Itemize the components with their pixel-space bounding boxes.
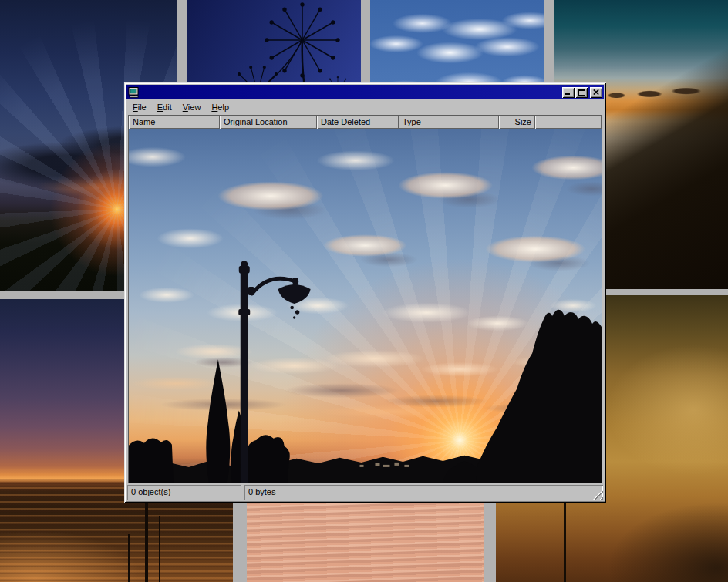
menu-file[interactable]: File — [127, 101, 152, 114]
window-controls — [562, 87, 602, 98]
column-header-type[interactable]: Type — [399, 116, 499, 129]
maximize-button[interactable] — [575, 87, 588, 98]
column-header-row: Name Original Location Date Deleted Type… — [129, 116, 602, 129]
column-header-blank[interactable] — [535, 116, 602, 129]
status-object-count: 0 object(s) — [127, 485, 241, 500]
menu-view[interactable]: View — [177, 101, 207, 114]
column-header-original-location[interactable]: Original Location — [220, 116, 317, 129]
column-header-name[interactable]: Name — [129, 116, 220, 129]
minimize-button[interactable] — [562, 87, 575, 98]
golden-pole-silhouette — [564, 498, 566, 582]
computer-icon[interactable] — [128, 87, 140, 98]
menu-edit[interactable]: Edit — [152, 101, 177, 114]
column-header-size[interactable]: Size — [499, 116, 535, 129]
folder-contents-view[interactable] — [129, 129, 602, 483]
close-icon — [593, 89, 599, 95]
recycle-bin-window: File Edit View Help Name Original Locati… — [124, 82, 606, 503]
status-total-size: 0 bytes — [244, 485, 603, 500]
lake-pole-silhouette — [128, 534, 130, 582]
folder-listview[interactable]: Name Original Location Date Deleted Type… — [128, 115, 602, 483]
lake-pole-silhouette — [159, 516, 160, 582]
close-button[interactable] — [590, 87, 602, 98]
column-header-date-deleted[interactable]: Date Deleted — [317, 116, 399, 129]
minimize-icon — [565, 89, 571, 95]
sunset-silhouettes-art — [129, 129, 602, 483]
status-bar: 0 object(s) 0 bytes — [126, 485, 604, 500]
maximize-icon — [578, 89, 585, 96]
menu-help[interactable]: Help — [206, 101, 234, 114]
menu-bar: File Edit View Help — [126, 100, 604, 115]
window-titlebar[interactable] — [126, 85, 604, 99]
